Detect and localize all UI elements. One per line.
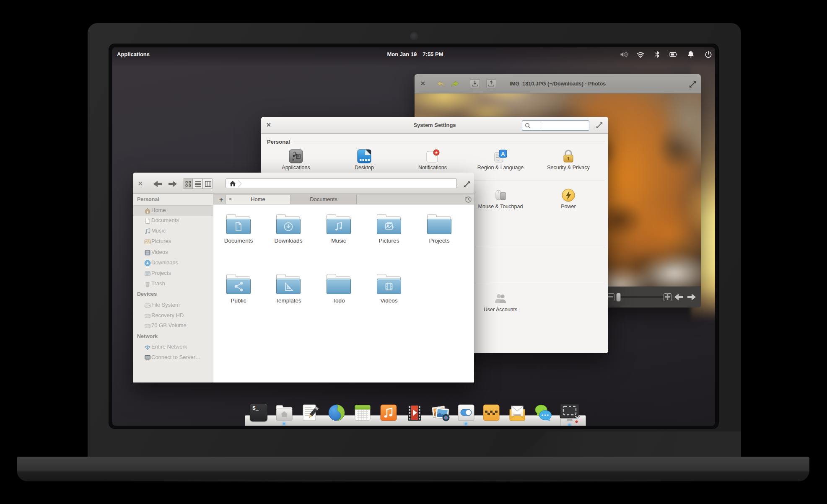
svg-text:A: A — [501, 151, 505, 157]
